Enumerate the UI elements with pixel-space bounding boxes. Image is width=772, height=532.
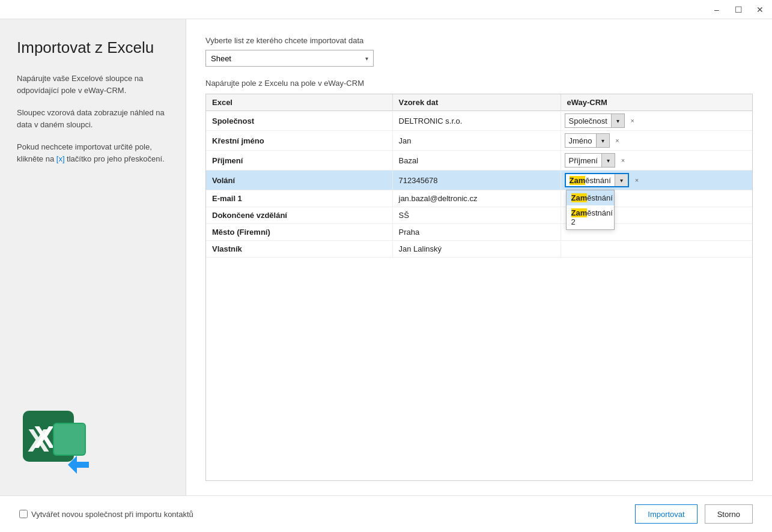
sidebar-desc3: Pokud nechcete importovat určité pole, k… xyxy=(17,141,169,165)
crm-select-wrapper[interactable]: Zaměstnání▾ZaměstnáníZaměstnání 2 xyxy=(565,173,629,187)
excel-logo-icon: X X xyxy=(17,405,95,477)
svg-rect-3 xyxy=(54,424,85,455)
crm-select-wrapper[interactable]: Jméno▾ xyxy=(565,133,610,148)
cell-sample: 712345678 xyxy=(392,171,561,190)
main-layout: Importovat z Excelu Napárujte vaše Excel… xyxy=(0,19,772,495)
sidebar-desc3-suffix: tlačítko pro jeho přeskočení. xyxy=(65,154,165,163)
cell-excel: Příjmení xyxy=(206,151,392,171)
crm-dropdown-arrow-icon[interactable]: ▾ xyxy=(601,154,615,167)
cell-sample: Jan xyxy=(392,131,561,151)
content-area: Vyberte list ze kterého chcete importova… xyxy=(186,19,772,495)
col-header-sample: Vzorek dat xyxy=(392,94,561,111)
footer-checkbox-wrapper: Vytvářet novou společnost při importu ko… xyxy=(19,510,628,519)
cell-excel: Křestní jméno xyxy=(206,131,392,151)
table-row: Město (Firemní)Praha xyxy=(206,224,752,241)
map-label: Napárujte pole z Excelu na pole v eWay-C… xyxy=(205,79,753,88)
cell-excel: Volání xyxy=(206,171,392,190)
sheet-label: Vyberte list ze kterého chcete importova… xyxy=(205,36,753,45)
svg-text:X: X xyxy=(28,422,49,458)
close-button[interactable]: ✕ xyxy=(753,2,767,17)
cell-excel: Dokončené vzdělání xyxy=(206,207,392,224)
table-row: Dokončené vzděláníSŠ xyxy=(206,207,752,224)
sidebar-title: Importovat z Excelu xyxy=(17,38,169,57)
sidebar-desc1: Napárujte vaše Excelové sloupce na odpov… xyxy=(17,73,169,96)
table-row: PříjmeníBazalPříjmení▾× xyxy=(206,151,752,171)
crm-close-button[interactable]: × xyxy=(631,175,642,186)
cell-ecrm: Jméno▾× xyxy=(561,131,752,151)
cell-ecrm: Příjmení▾× xyxy=(561,151,752,171)
table-row: E-mail 1jan.bazal@deltronic.cz xyxy=(206,190,752,207)
title-bar: – ☐ ✕ xyxy=(0,0,772,19)
cell-ecrm: Zaměstnání▾ZaměstnáníZaměstnání 2× xyxy=(561,171,752,190)
crm-close-button[interactable]: × xyxy=(627,115,638,126)
crm-select-text: Jméno xyxy=(565,136,596,145)
minimize-button[interactable]: – xyxy=(710,2,724,17)
sheet-dropdown-arrow-icon: ▾ xyxy=(365,55,368,62)
footer: Vytvářet novou společnost při importu ko… xyxy=(0,495,772,532)
cell-ecrm: Společnost▾× xyxy=(561,111,752,131)
table-row: Volání712345678Zaměstnání▾ZaměstnáníZamě… xyxy=(206,171,752,190)
cell-sample: jan.bazal@deltronic.cz xyxy=(392,190,561,207)
table-container: Excel Vzorek dat eWay-CRM SpolečnostDELT… xyxy=(205,94,753,481)
crm-dropdown-arrow-icon[interactable]: ▾ xyxy=(615,174,628,186)
cell-excel: Vlastník xyxy=(206,241,392,258)
sidebar: Importovat z Excelu Napárujte vaše Excel… xyxy=(0,19,186,495)
cell-sample: DELTRONIC s.r.o. xyxy=(392,111,561,131)
crm-close-button[interactable]: × xyxy=(612,135,623,146)
crm-select-wrapper[interactable]: Společnost▾ xyxy=(565,113,625,128)
new-company-checkbox[interactable] xyxy=(19,510,28,518)
crm-select-wrapper[interactable]: Příjmení▾ xyxy=(565,153,615,168)
col-header-excel: Excel xyxy=(206,94,392,111)
import-button[interactable]: Importovat xyxy=(635,504,697,524)
crm-dropdown-popup: ZaměstnáníZaměstnání 2 xyxy=(566,190,615,230)
cell-excel: E-mail 1 xyxy=(206,190,392,207)
cell-sample: Bazal xyxy=(392,151,561,171)
sidebar-skip-link[interactable]: [x] xyxy=(56,154,65,163)
dropdown-item[interactable]: Zaměstnání xyxy=(567,190,614,205)
cell-sample: Praha xyxy=(392,224,561,241)
crm-close-button[interactable]: × xyxy=(618,155,628,166)
cell-excel: Společnost xyxy=(206,111,392,131)
crm-select-text: Příjmení xyxy=(565,156,601,165)
cell-sample: Jan Lalinský xyxy=(392,241,561,258)
dropdown-item[interactable]: Zaměstnání 2 xyxy=(567,205,614,229)
mapping-table: Excel Vzorek dat eWay-CRM SpolečnostDELT… xyxy=(206,94,752,258)
maximize-button[interactable]: ☐ xyxy=(731,2,746,17)
crm-dropdown-arrow-icon[interactable]: ▾ xyxy=(611,114,624,127)
sidebar-desc2: Sloupec vzorová data zobrazuje náhled na… xyxy=(17,107,169,130)
cell-excel: Město (Firemní) xyxy=(206,224,392,241)
table-row: SpolečnostDELTRONIC s.r.o.Společnost▾× xyxy=(206,111,752,131)
table-row: VlastníkJan Lalinský xyxy=(206,241,752,258)
cancel-button[interactable]: Storno xyxy=(705,504,753,524)
excel-logo-wrapper: X X xyxy=(17,393,169,479)
cell-ecrm xyxy=(561,241,752,258)
new-company-label: Vytvářet novou společnost při importu ko… xyxy=(31,510,193,519)
cell-sample: SŠ xyxy=(392,207,561,224)
crm-dropdown-arrow-icon[interactable]: ▾ xyxy=(596,134,609,147)
crm-select-text: Zaměstnání xyxy=(566,176,615,185)
sheet-dropdown[interactable]: Sheet ▾ xyxy=(205,50,374,67)
table-row: Křestní jménoJanJméno▾× xyxy=(206,131,752,151)
crm-select-text: Společnost xyxy=(565,116,611,125)
table-header-row: Excel Vzorek dat eWay-CRM xyxy=(206,94,752,111)
col-header-ecrm: eWay-CRM xyxy=(561,94,752,111)
sheet-dropdown-value: Sheet xyxy=(211,54,231,63)
